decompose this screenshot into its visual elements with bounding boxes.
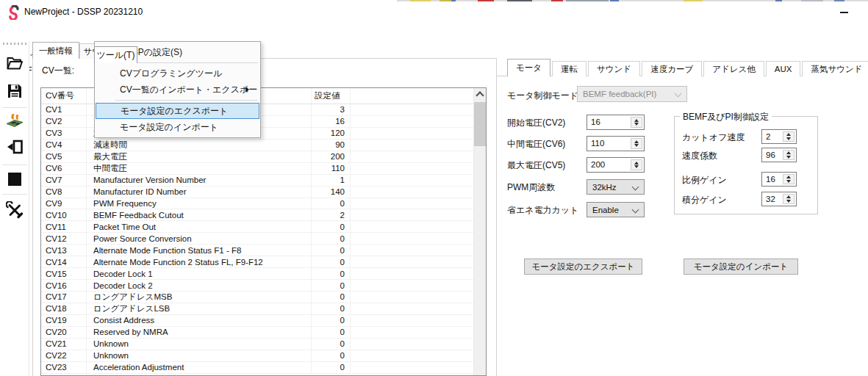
minimize-icon: [840, 12, 848, 13]
cv-name-cell: Acceleration Adjustment: [87, 362, 312, 373]
table-row[interactable]: CV18ロングアドレスLSB0: [41, 303, 473, 315]
spinner-value: 16: [762, 173, 781, 186]
table-row[interactable]: CV10BEMF Feedback Cutout2: [41, 209, 473, 221]
cv-value-cell: 110: [312, 163, 351, 174]
table-row[interactable]: CV4減速時間90: [41, 140, 473, 151]
field-label: 最大電圧(CV5): [507, 159, 565, 172]
cv-number-cell: CV16: [41, 280, 87, 291]
spin-down-icon: [786, 156, 791, 159]
menu-item[interactable]: CV一覧のインポート・エクスポート: [96, 82, 259, 98]
menu-item[interactable]: モータ設定のエクスポート: [96, 103, 259, 119]
table-row[interactable]: CV20Reserved by NMRA0: [41, 327, 473, 339]
cv-value-cell: 0: [312, 268, 351, 279]
write-decoder-icon[interactable]: [6, 112, 24, 129]
chevron-up-icon: [476, 91, 484, 99]
cv-value-cell: 0: [312, 327, 351, 338]
motor-import-button[interactable]: モータ設定のインポート: [684, 258, 798, 275]
combo-value: 32kHz: [592, 183, 617, 192]
cv-table-body: CV13CV216CV3加速時間120CV4減速時間90CV5最大電圧200CV…: [41, 104, 473, 375]
toolbar-separator: [2, 194, 27, 195]
field-label: 開始電圧(CV2): [507, 117, 565, 129]
motor-control-mode-select: BEMF feedback(PI): [577, 86, 687, 102]
cv-number-cell: CV1: [41, 104, 87, 115]
tab-3[interactable]: サウンド: [588, 61, 640, 76]
table-row[interactable]: CV12Power Source Conversion0: [41, 233, 473, 245]
tab-2[interactable]: 運転: [552, 61, 587, 76]
minimize-button[interactable]: [829, 3, 858, 22]
table-row[interactable]: CV21Unknown0: [41, 339, 473, 350]
spinner-arrows[interactable]: [631, 159, 642, 170]
table-row[interactable]: CV6中間電圧110: [41, 163, 473, 175]
bemf-field-4-spinner[interactable]: 32: [761, 192, 797, 206]
table-row[interactable]: CV14Alternate Mode Function 2 Status FL,…: [41, 256, 473, 268]
cv-value-cell: 0: [312, 280, 351, 291]
spinner-value: 110: [587, 137, 629, 151]
scrollbar-thumb[interactable]: [474, 102, 486, 146]
table-row[interactable]: CV8Manufacturer ID Number140: [41, 187, 473, 198]
table-row[interactable]: CV7Manufacturer Version Number1: [41, 175, 473, 187]
cv-value-cell: 16: [312, 116, 351, 127]
field-3-spinner[interactable]: 200: [587, 157, 645, 173]
menubar-item-3[interactable]: ツール(T): [94, 46, 137, 63]
cv-name-cell: Alternate Mode Function 2 Status FL, F9-…: [87, 256, 312, 267]
cv-col-header: CV番号: [41, 88, 87, 104]
field-2-spinner[interactable]: 110: [587, 136, 645, 151]
field-5-select[interactable]: Enable: [587, 202, 645, 217]
menu-item[interactable]: CVプログラミングツール: [96, 65, 259, 82]
field-1-spinner[interactable]: 16: [587, 115, 645, 130]
cv-name-cell: Manufacturer ID Number: [87, 187, 312, 198]
spinner-arrows[interactable]: [783, 174, 795, 184]
spinner-arrows[interactable]: [783, 150, 795, 160]
cv-number-cell: CV13: [41, 245, 87, 256]
tab-7[interactable]: 蒸気サウンド: [802, 61, 868, 76]
cv-number-cell: CV18: [41, 303, 87, 314]
open-project-icon[interactable]: [6, 54, 24, 72]
tab-4[interactable]: 速度カーブ: [642, 61, 702, 76]
table-row[interactable]: CV16Decoder Lock 20: [41, 280, 473, 292]
cv-name-cell: Manufacturer Version Number: [87, 175, 312, 186]
field-label: PWM周波数: [507, 181, 555, 194]
tab-5[interactable]: アドレス他: [703, 61, 764, 76]
table-row[interactable]: CV13Alternate Mode Function Status F1 - …: [41, 245, 473, 256]
table-row[interactable]: CV23Acceleration Adjustment0: [41, 362, 473, 374]
tab-1[interactable]: モータ: [507, 59, 550, 76]
motor-control-mode-label: モータ制御モード: [507, 90, 578, 102]
spinner-arrows[interactable]: [783, 131, 795, 142]
cv-number-cell: CV3: [41, 128, 87, 139]
tools-icon[interactable]: [6, 201, 24, 219]
spinner-arrows[interactable]: [631, 117, 642, 128]
cv-value-cell: 0: [312, 221, 351, 232]
bemf-field-2-spinner[interactable]: 96: [761, 148, 797, 162]
toolbar-grip[interactable]: [3, 43, 26, 45]
table-row[interactable]: CV11Packet Time Out0: [41, 221, 473, 233]
right-tabs: モータ運転サウンド速度カーブアドレス他AUX蒸気サウンド始動パルスアシスト: [507, 59, 868, 76]
read-decoder-icon[interactable]: [6, 138, 24, 156]
table-row[interactable]: CV19Consist Address0: [41, 315, 473, 327]
cv-table-scrollbar[interactable]: [473, 88, 486, 375]
table-row[interactable]: CV9PWM Frequency0: [41, 198, 473, 210]
field-4-select[interactable]: 32kHz: [587, 179, 645, 195]
cv-value-cell: 90: [312, 140, 351, 151]
save-icon[interactable]: [6, 82, 24, 100]
toolbar-separator: [2, 164, 27, 165]
cv-number-cell: CV4: [41, 140, 87, 151]
scroll-up-button[interactable]: [474, 88, 486, 101]
spinner-arrows[interactable]: [631, 138, 642, 149]
cv-name-cell: BEMF Feedback Cutout: [87, 209, 312, 220]
tab-general-info[interactable]: 一般情報: [32, 42, 79, 59]
cv-value-cell: 2: [312, 209, 351, 220]
table-row[interactable]: CV15Decoder Lock 10: [41, 268, 473, 280]
spinner-arrows[interactable]: [783, 194, 795, 204]
bemf-field-3-spinner[interactable]: 16: [761, 172, 797, 187]
table-row[interactable]: CV17ロングアドレスMSB0: [41, 292, 473, 303]
stop-icon[interactable]: [6, 170, 24, 188]
bemf-field-1-spinner[interactable]: 2: [761, 129, 797, 144]
motor-export-button[interactable]: モータ設定のエクスポート: [524, 258, 642, 275]
menu-item[interactable]: モータ設定のインポート: [96, 119, 259, 135]
cv-name-cell: 減速時間: [87, 140, 312, 151]
tab-6[interactable]: AUX: [766, 61, 801, 76]
table-row[interactable]: CV5最大電圧200: [41, 151, 473, 163]
spinner-value: 32: [762, 192, 781, 206]
cv-value-cell: 0: [312, 303, 351, 314]
table-row[interactable]: CV22Unknown0: [41, 350, 473, 362]
